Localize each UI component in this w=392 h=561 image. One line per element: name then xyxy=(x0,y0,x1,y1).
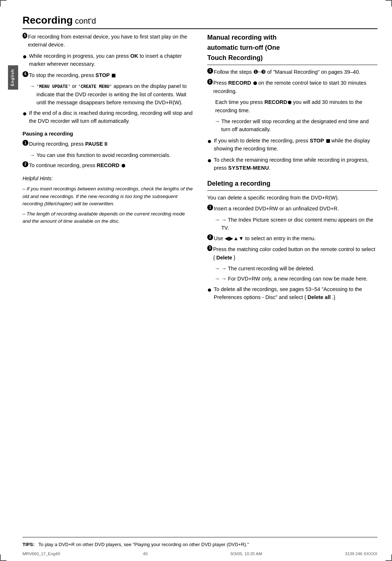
del-arrow-1: → → The Index Picture screen or disc con… xyxy=(207,216,377,232)
bullet-while-text: While recording in progress, you can pre… xyxy=(29,52,193,68)
del-num-3: 3 xyxy=(207,245,212,251)
del-step1-text: Insert a recorded DVD+RW or an unfinaliz… xyxy=(214,205,339,213)
bullet-check-text: To check the remaining recording time wh… xyxy=(214,156,377,172)
arrow-symbol-4: → xyxy=(215,216,220,224)
pause-num-1: 1 xyxy=(23,140,28,146)
record-icon-2 xyxy=(253,81,257,85)
title-text: Recording xyxy=(23,15,73,26)
corner-bl xyxy=(0,554,7,561)
arrow-auto-stop: → The recorder will stop recording at th… xyxy=(207,117,377,134)
del-arrow1-text: → The Index Picture screen or disc conte… xyxy=(221,216,378,232)
left-column: 5 For recording from external device, yo… xyxy=(23,33,193,304)
title-contd: cont'd xyxy=(73,16,96,25)
arrow-symbol-5: → xyxy=(215,265,220,273)
arrow-auto-text: The recorder will stop recording at the … xyxy=(221,117,378,134)
del-arrow-3: → → For DVD+RW only, a new recording can… xyxy=(207,275,377,283)
main-content: Recording cont'd 5 For recording from ex… xyxy=(23,15,377,539)
hint2-text: – The length of recording available depe… xyxy=(23,210,193,225)
bullet-delete: ● If you wish to delete the recording, p… xyxy=(207,137,377,153)
manual-step2-text: Press RECORD on the remote control twice… xyxy=(213,79,377,95)
mono-or: or xyxy=(70,83,78,89)
pause-pre: During recording, press xyxy=(29,141,85,147)
manual-step-2: 2 Press RECORD on the remote control twi… xyxy=(207,79,377,95)
bullet-dot-2: ● xyxy=(23,108,27,119)
del-bullet-all: ● To delete all the recordings, see page… xyxy=(207,285,377,302)
footer-date: 9/3/05, 10:25 AM xyxy=(230,552,262,556)
del-all-text: To delete all the recordings, see pages … xyxy=(214,285,377,302)
del-arrow3-text: → For DVD+RW only, a new recording can n… xyxy=(221,275,368,283)
bullet-dot-4: ● xyxy=(207,155,212,166)
manual-step1-text: Follow the steps ❶~❸ of "Manual Recordin… xyxy=(214,68,360,76)
del-arrow-2: → → The current recording will be delete… xyxy=(207,265,377,273)
bullet-while-pre: While recording in progress, you can pre… xyxy=(29,53,130,59)
footer-code: 3139 246 XXXXX xyxy=(345,552,377,556)
tips-label: TIPS: xyxy=(23,542,34,547)
del-all-rest: .} xyxy=(331,294,335,300)
pause-item-2: 2 To continue recording, press RECORD xyxy=(23,161,193,169)
del3-pre: Press the matching color coded button on… xyxy=(213,246,375,260)
item-6-text: To stop the recording, press STOP xyxy=(29,71,115,79)
corner-br xyxy=(385,554,392,561)
bullet2-text: If the end of a disc is reached during r… xyxy=(29,109,193,125)
del-step2-text: Use ◀▶▲▼ to select an entry in the menu. xyxy=(214,234,316,242)
arrow-commercials: → You can use this function to avoid rec… xyxy=(23,151,193,159)
footer-page-num: 40 xyxy=(143,552,148,556)
record-icon-3 xyxy=(288,101,291,104)
helpful-hints-title: Helpful Hints: xyxy=(23,175,193,183)
deleting-section: Deleting a recording You can delete a sp… xyxy=(207,179,377,302)
arrow1-text: You can use this function to avoid recor… xyxy=(37,151,171,159)
stop-bold: STOP xyxy=(95,72,110,78)
del-step-2: 2 Use ◀▶▲▼ to select an entry in the men… xyxy=(207,234,377,242)
arrow-symbol: → xyxy=(30,82,35,90)
mono2: 'CREATE MENU' xyxy=(78,84,112,89)
arrow-symbol-3: → xyxy=(215,117,220,125)
del-step-3: 3 Press the matching color coded button … xyxy=(207,245,377,262)
pause-item-1-text: During recording, press PAUSE II xyxy=(29,140,107,148)
pause-num-2: 2 xyxy=(23,161,28,167)
delete-bold: Delete xyxy=(216,255,232,261)
step2b-pre: Each time you press xyxy=(215,99,264,105)
arrow-symbol-2: → xyxy=(30,151,35,159)
record-bold: RECORD xyxy=(97,162,119,168)
pausing-heading: Pausing a recording xyxy=(23,130,193,138)
item-5: 5 For recording from external device, yo… xyxy=(23,33,193,49)
ok-bold: OK xyxy=(130,53,138,59)
tips-text: To play a DVD+R on other DVD players, se… xyxy=(38,542,249,547)
helpful-hints: Helpful Hints: – If you insert recording… xyxy=(23,175,193,225)
arrow-menu-update: → 'MENU UPDATE' or 'CREATE MENU' appears… xyxy=(23,82,193,107)
del-num-2: 2 xyxy=(207,234,213,240)
right-column: Manual recording with automatic turn-off… xyxy=(207,33,377,304)
bullet-dot-3: ● xyxy=(207,136,212,147)
tips-footer: TIPS: To play a DVD+R on other DVD playe… xyxy=(23,537,377,548)
stop-icon-2 xyxy=(326,139,330,143)
manual-line2: automatic turn-off (One xyxy=(207,44,280,51)
manual-step-1: 1 Follow the steps ❶~❸ of "Manual Record… xyxy=(207,68,377,76)
step1-pre: Follow the steps xyxy=(214,69,253,75)
bullet-disc-end: ● If the end of a disc is reached during… xyxy=(23,109,193,125)
num-5: 5 xyxy=(23,33,27,39)
deleting-intro: You can delete a specific recording from… xyxy=(207,194,377,202)
manual-num-1: 1 xyxy=(207,68,213,74)
stop-icon xyxy=(112,74,115,77)
pause-item-2-text: To continue recording, press RECORD xyxy=(29,161,125,169)
stop2-bold: STOP xyxy=(310,138,324,144)
bullet-check-time: ● To check the remaining recording time … xyxy=(207,156,377,172)
bullet-delete-text: If you wish to delete the recording, pre… xyxy=(214,137,377,153)
sidebar-language-label: English xyxy=(8,65,18,90)
arrow-symbol-6: → xyxy=(215,275,220,283)
del-step3-text: Press the matching color coded button on… xyxy=(213,245,377,262)
footer-left: MRV660_17_Eng40 xyxy=(23,552,60,556)
bullet-dot-5: ● xyxy=(207,284,212,295)
item-5-text: For recording from external device, you … xyxy=(28,33,193,49)
del-arrow2-text: → The current recording will be deleted. xyxy=(221,265,315,273)
pause-bold: PAUSE xyxy=(85,141,103,147)
pause-item-1: 1 During recording, press PAUSE II xyxy=(23,140,193,148)
two-column-layout: 5 For recording from external device, yo… xyxy=(23,33,377,304)
delete-all-bold: Delete all xyxy=(307,294,331,300)
pause-symbol: II xyxy=(105,141,107,147)
monospace-block: 'MENU UPDATE' or 'CREATE MENU' appears o… xyxy=(37,82,193,107)
num-6: 6 xyxy=(23,71,28,77)
step1-rest: of "Manual Recording" on pages 39–40. xyxy=(266,69,360,75)
record3-bold: RECORD xyxy=(264,99,287,105)
bullet-while-recording: ● While recording in progress, you can p… xyxy=(23,52,193,68)
